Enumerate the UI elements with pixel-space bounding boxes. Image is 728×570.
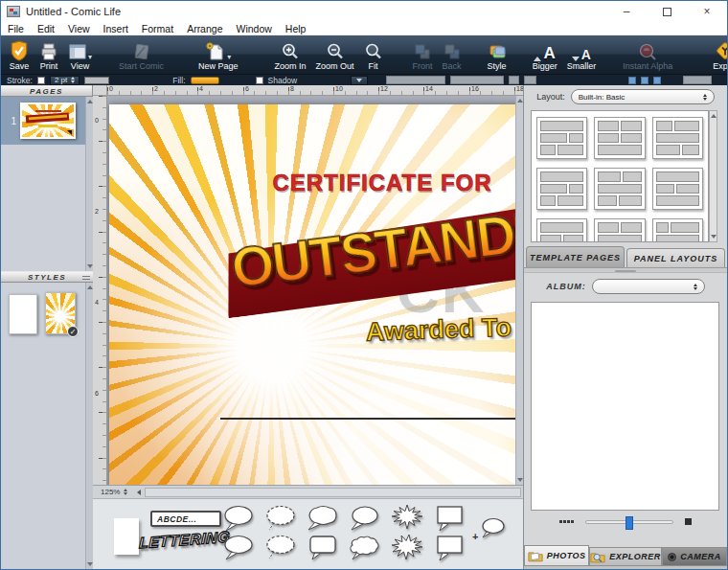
style-swatch-sunburst[interactable]: ✓ [45, 292, 76, 334]
thumbnail-size-slider[interactable] [585, 520, 673, 524]
menu-edit[interactable]: Edit [31, 23, 61, 34]
print-button[interactable]: Print [34, 35, 63, 74]
fit-icon [364, 39, 383, 61]
view-window-icon: ▾ [68, 39, 92, 61]
page-thumbnail[interactable] [20, 103, 76, 139]
scroll-down-icon[interactable] [711, 235, 717, 239]
export-button[interactable]: Export [708, 35, 728, 74]
format-toggle-disabled [509, 76, 519, 84]
scroll-left-icon[interactable] [137, 490, 141, 495]
align-button[interactable] [628, 77, 636, 84]
template-thumbnail[interactable] [536, 218, 587, 242]
balloon-starburst[interactable] [386, 503, 428, 533]
shadow-checkbox[interactable] [256, 77, 263, 84]
maximize-button[interactable] [647, 1, 687, 22]
zoom-in-button[interactable]: Zoom In [270, 35, 311, 74]
view-button[interactable]: ▾ View [63, 35, 97, 74]
balloon-roundrect[interactable] [302, 533, 344, 562]
align-button[interactable] [641, 77, 648, 84]
template-thumbnail[interactable] [594, 218, 645, 242]
signature-line[interactable] [220, 418, 515, 420]
balloon-thought[interactable] [260, 503, 302, 533]
shadow-label: Shadow [268, 76, 298, 85]
menu-format[interactable]: Format [135, 23, 180, 34]
template-thumbnail[interactable] [652, 168, 703, 210]
menu-view[interactable]: View [61, 23, 97, 34]
lettering-sample-tool[interactable]: ABCDE... [150, 511, 221, 527]
tab-panel-layouts[interactable]: PANEL LAYOUTS [626, 248, 725, 267]
save-button[interactable]: Save [4, 35, 34, 74]
balloon-spiky[interactable] [386, 533, 428, 562]
balloon-rect-2[interactable] [428, 533, 470, 562]
stroke-color-swatch[interactable] [84, 77, 109, 84]
scroll-up-icon[interactable] [711, 114, 717, 118]
tab-photos[interactable]: PHOTOS [524, 545, 589, 566]
menu-file[interactable]: File [1, 23, 31, 34]
format-options-dropdown[interactable] [351, 76, 368, 85]
balloon-oval-3[interactable] [217, 533, 260, 562]
template-thumbnail[interactable] [652, 117, 703, 159]
bigger-icon: A [534, 39, 555, 61]
layout-select[interactable]: Built-in: Basic [571, 89, 715, 104]
menu-help[interactable]: Help [279, 23, 313, 34]
pages-scrollbar[interactable] [85, 97, 93, 271]
start-comic-button: Start Comic [114, 35, 169, 74]
caret-down-icon: ▾ [88, 53, 92, 61]
balloon-cloud[interactable] [344, 533, 386, 562]
album-select[interactable] [592, 279, 705, 294]
balloon-oval[interactable] [217, 503, 260, 533]
font-size-select-disabled [450, 76, 504, 84]
template-thumbnail[interactable] [536, 168, 587, 210]
menu-window[interactable]: Window [229, 23, 278, 34]
balloon-rect[interactable] [428, 503, 470, 533]
bigger-button[interactable]: A Bigger [528, 35, 562, 74]
left-sidebar: PAGES 1 STYLES [1, 85, 93, 569]
format-bar: Stroke: 2 pt Fill: Shadow [1, 74, 727, 85]
slider-thumb[interactable] [626, 516, 633, 530]
drag-handle-icon[interactable] [82, 276, 90, 280]
zoom-out-button[interactable]: Zoom Out [311, 35, 359, 74]
zoom-stepper[interactable] [124, 489, 127, 495]
balloon-oval-wobbly[interactable] [302, 503, 344, 533]
template-thumbnail[interactable] [652, 218, 703, 242]
panel-tool[interactable] [114, 518, 139, 555]
panel-splitter[interactable] [524, 267, 727, 273]
window-title: Untitled - Comic Life [26, 6, 121, 17]
balloon-add[interactable]: + [470, 513, 512, 542]
menu-bar: File Edit View Insert Format Arrange Win… [1, 22, 727, 35]
stroke-checkbox[interactable] [37, 77, 45, 84]
canvas-horizontal-scrollbar[interactable] [145, 488, 521, 497]
canvas-vertical-scrollbar[interactable] [515, 96, 523, 485]
balloon-oval-2[interactable] [344, 503, 386, 533]
menu-arrange[interactable]: Arrange [180, 23, 229, 34]
align-button[interactable] [653, 77, 661, 84]
certificate-subtitle[interactable]: Awarded To [366, 312, 512, 347]
styles-header: STYLES [1, 271, 93, 283]
template-thumbnail[interactable] [594, 117, 645, 159]
template-thumbnail[interactable] [594, 168, 645, 210]
close-button[interactable]: × [687, 1, 727, 22]
menu-insert[interactable]: Insert [97, 23, 135, 34]
page-list-item[interactable]: 1 [1, 97, 85, 145]
styles-scrollbar[interactable] [85, 283, 93, 569]
document-canvas[interactable]: CK CERTIFICATE FOR OUTSTANDING B Awarded… [107, 96, 515, 485]
photo-browser[interactable] [531, 302, 719, 511]
certificate-page[interactable]: CK CERTIFICATE FOR OUTSTANDING B Awarded… [109, 104, 515, 485]
zoom-level[interactable]: 125% [101, 488, 120, 496]
tab-template-pages[interactable]: TEMPLATE PAGES [526, 246, 625, 267]
style-button[interactable]: Style [482, 35, 512, 74]
fill-color-swatch[interactable] [191, 77, 219, 84]
new-page-button[interactable]: ▾ New Page [193, 35, 243, 74]
certificate-title[interactable]: CERTIFICATE FOR [200, 170, 515, 196]
fit-button[interactable]: Fit [359, 35, 388, 74]
stroke-width-select[interactable]: 2 pt [50, 76, 80, 85]
template-thumbnail[interactable] [536, 117, 587, 159]
style-swatch-blank[interactable] [9, 294, 37, 334]
minimize-button[interactable]: – [606, 1, 647, 22]
tab-camera[interactable]: CAMERA [662, 547, 727, 566]
tab-explorer[interactable]: EXPLORER [589, 547, 662, 566]
balloon-thought-2[interactable] [260, 533, 302, 562]
template-scrollbar[interactable] [709, 110, 717, 242]
page-marker-icon [67, 130, 72, 135]
smaller-button[interactable]: A Smaller [562, 35, 602, 74]
